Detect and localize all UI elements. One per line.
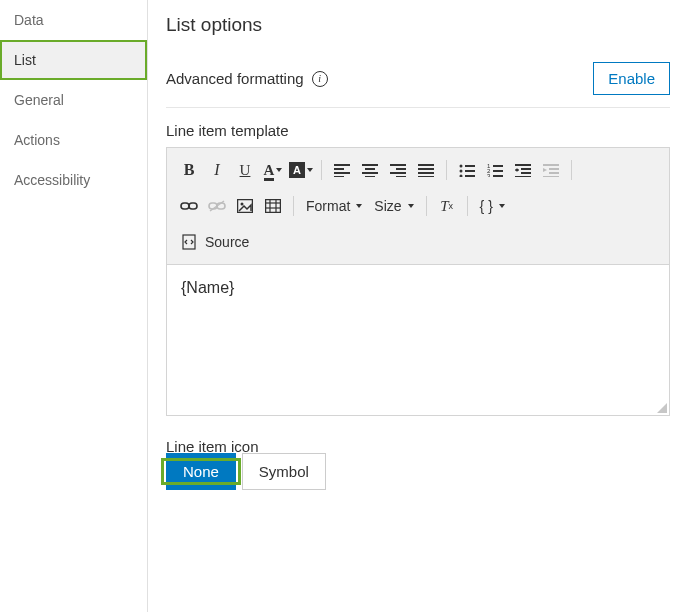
page-title: List options bbox=[166, 14, 670, 36]
unlink-icon[interactable] bbox=[204, 192, 230, 220]
info-icon[interactable]: i bbox=[312, 71, 328, 87]
segment-none[interactable]: None bbox=[166, 453, 236, 490]
align-left-icon[interactable] bbox=[329, 156, 355, 184]
source-icon[interactable] bbox=[176, 228, 202, 256]
toolbar-separator bbox=[467, 196, 468, 216]
svg-text:3: 3 bbox=[487, 173, 491, 177]
sidebar-item-general[interactable]: General bbox=[0, 80, 147, 120]
size-dropdown[interactable]: Size bbox=[368, 198, 419, 214]
enable-button[interactable]: Enable bbox=[593, 62, 670, 95]
toolbar-separator bbox=[293, 196, 294, 216]
numbered-list-icon[interactable]: 123 bbox=[482, 156, 508, 184]
advanced-formatting-row: Advanced formatting i Enable bbox=[166, 62, 670, 108]
resize-grip-icon[interactable] bbox=[657, 403, 667, 413]
toolbar-separator bbox=[446, 160, 447, 180]
text-color-icon[interactable]: A bbox=[260, 156, 286, 184]
editor-content: {Name} bbox=[181, 279, 234, 296]
sidebar-item-accessibility[interactable]: Accessibility bbox=[0, 160, 147, 200]
editor-textarea[interactable]: {Name} bbox=[167, 265, 669, 415]
sidebar-item-list[interactable]: List bbox=[0, 40, 147, 80]
toolbar-separator bbox=[571, 160, 572, 180]
align-justify-icon[interactable] bbox=[413, 156, 439, 184]
svg-point-18 bbox=[460, 170, 463, 173]
align-center-icon[interactable] bbox=[357, 156, 383, 184]
toolbar-separator bbox=[321, 160, 322, 180]
italic-icon[interactable]: I bbox=[204, 156, 230, 184]
clear-format-icon[interactable]: Tx bbox=[434, 192, 460, 220]
toolbar-separator bbox=[426, 196, 427, 216]
svg-point-20 bbox=[460, 175, 463, 178]
svg-marker-35 bbox=[543, 168, 547, 172]
sidebar-item-data[interactable]: Data bbox=[0, 0, 147, 40]
align-right-icon[interactable] bbox=[385, 156, 411, 184]
rich-text-editor: B I U A A bbox=[166, 147, 670, 416]
underline-icon[interactable]: U bbox=[232, 156, 258, 184]
indent-icon[interactable] bbox=[538, 156, 564, 184]
editor-toolbar: B I U A A bbox=[167, 148, 669, 265]
sidebar-item-actions[interactable]: Actions bbox=[0, 120, 147, 160]
source-button[interactable]: Source bbox=[203, 234, 255, 250]
fields-dropdown[interactable]: { } bbox=[474, 198, 511, 214]
bold-icon[interactable]: B bbox=[176, 156, 202, 184]
link-icon[interactable] bbox=[176, 192, 202, 220]
table-icon[interactable] bbox=[260, 192, 286, 220]
svg-point-16 bbox=[460, 165, 463, 168]
main-panel: List options Advanced formatting i Enabl… bbox=[148, 0, 688, 612]
segment-none-highlight: None bbox=[166, 463, 236, 480]
advanced-formatting-label: Advanced formatting bbox=[166, 70, 304, 87]
app-root: Data List General Actions Accessibility … bbox=[0, 0, 688, 612]
format-dropdown[interactable]: Format bbox=[300, 198, 368, 214]
template-label: Line item template bbox=[166, 122, 670, 139]
segment-symbol[interactable]: Symbol bbox=[242, 453, 326, 490]
outdent-icon[interactable] bbox=[510, 156, 536, 184]
image-icon[interactable] bbox=[232, 192, 258, 220]
svg-rect-40 bbox=[189, 203, 197, 209]
sidebar: Data List General Actions Accessibility bbox=[0, 0, 148, 612]
svg-rect-46 bbox=[266, 200, 281, 213]
svg-point-45 bbox=[241, 203, 244, 206]
bullet-list-icon[interactable] bbox=[454, 156, 480, 184]
background-color-icon[interactable]: A bbox=[288, 156, 314, 184]
svg-rect-39 bbox=[181, 203, 189, 209]
